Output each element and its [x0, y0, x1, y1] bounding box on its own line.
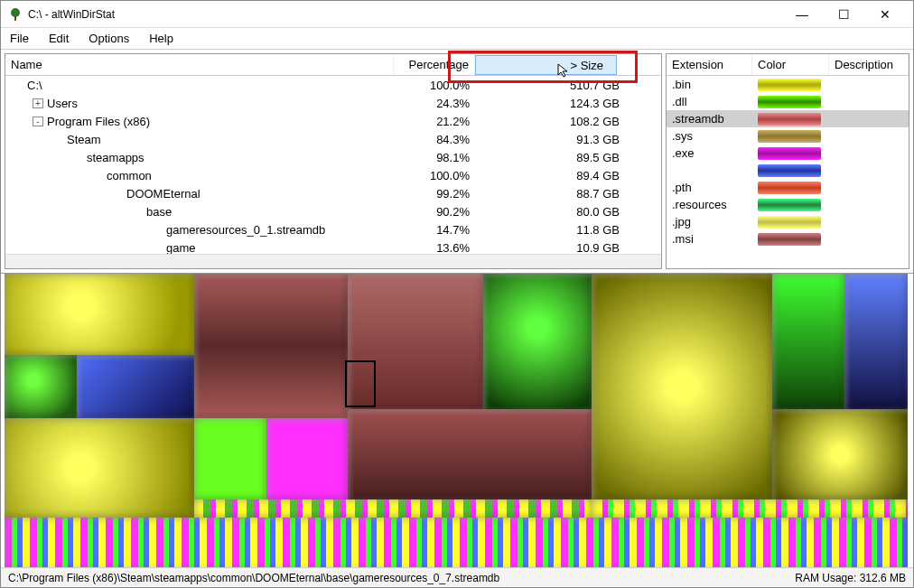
- tree-row[interactable]: common100.0%89.4 GB: [5, 166, 661, 184]
- tree-row-size: 89.4 GB: [475, 169, 638, 182]
- minimize-button[interactable]: —: [781, 1, 823, 28]
- tree-row-pct: 90.2%: [394, 205, 475, 219]
- titlebar[interactable]: C:\ - altWinDirStat — ☐ ✕: [1, 1, 913, 28]
- tree-row-size: 10.9 GB: [475, 241, 638, 255]
- menu-options[interactable]: Options: [85, 30, 133, 47]
- ext-row[interactable]: .resources: [667, 196, 909, 213]
- ext-row[interactable]: [667, 162, 909, 179]
- tree-row-size: 89.5 GB: [475, 151, 638, 164]
- tree-header: Name Percentage > Size: [5, 54, 661, 76]
- tree-scroll-h[interactable]: [5, 254, 661, 268]
- tree-row-pct: 100.0%: [394, 79, 475, 92]
- treemap-block[interactable]: [5, 518, 908, 567]
- tree-row[interactable]: base90.2%80.0 GB: [5, 202, 661, 220]
- tree-row-name: common: [107, 169, 152, 182]
- tree-row-size: 88.7 GB: [475, 187, 638, 201]
- col-size[interactable]: > Size: [475, 54, 638, 75]
- ext-row[interactable]: .jpg: [667, 213, 909, 230]
- svg-point-0: [11, 8, 20, 17]
- tree-row[interactable]: Steam84.3%91.3 GB: [5, 130, 661, 148]
- tree-row[interactable]: -Program Files (x86)21.2%108.2 GB: [5, 112, 661, 130]
- col-color[interactable]: Color: [752, 54, 829, 75]
- app-icon: [8, 7, 23, 22]
- tree-body[interactable]: C:\100.0%510.7 GB+Users24.3%124.3 GB-Pro…: [5, 76, 661, 254]
- color-swatch: [758, 216, 821, 229]
- color-swatch: [758, 199, 821, 211]
- tree-row[interactable]: +Users24.3%124.3 GB: [5, 94, 661, 112]
- color-swatch: [758, 79, 821, 91]
- tree-row-pct: 21.2%: [394, 115, 475, 128]
- treemap-block[interactable]: [592, 499, 908, 518]
- tree-row-name: Users: [47, 97, 78, 110]
- maximize-button[interactable]: ☐: [823, 1, 864, 28]
- treemap-block[interactable]: [194, 499, 592, 518]
- menubar: File Edit Options Help: [1, 28, 913, 50]
- tree-row-pct: 98.1%: [394, 151, 475, 164]
- treemap-block[interactable]: [483, 274, 592, 409]
- menu-edit[interactable]: Edit: [45, 30, 72, 47]
- tree-row-pct: 14.7%: [394, 223, 475, 237]
- tree-row[interactable]: steamapps98.1%89.5 GB: [5, 148, 661, 166]
- ext-name: .pth: [672, 181, 758, 194]
- treemap[interactable]: [5, 274, 909, 567]
- ext-row[interactable]: .pth: [667, 179, 909, 196]
- col-percentage[interactable]: Percentage: [394, 54, 475, 75]
- treemap-block[interactable]: [77, 355, 194, 418]
- treemap-block[interactable]: [844, 274, 908, 409]
- ext-row[interactable]: .dll: [667, 93, 909, 110]
- menu-file[interactable]: File: [6, 30, 33, 47]
- ext-name: .streamdb: [672, 112, 758, 126]
- color-swatch: [758, 113, 821, 126]
- treemap-block[interactable]: [5, 355, 77, 418]
- tree-row[interactable]: C:\100.0%510.7 GB: [5, 76, 661, 94]
- col-extension[interactable]: Extension: [667, 54, 752, 75]
- tree-row[interactable]: gameresources_0_1.streamdb14.7%11.8 GB: [5, 220, 661, 238]
- treemap-block[interactable]: [772, 274, 844, 409]
- treemap-block[interactable]: [5, 418, 194, 518]
- tree-row-name: DOOMEternal: [126, 187, 201, 201]
- tree-row[interactable]: DOOMEternal99.2%88.7 GB: [5, 184, 661, 202]
- treemap-block[interactable]: [772, 409, 908, 499]
- tree-row-pct: 24.3%: [394, 97, 475, 110]
- tree-row-size: 124.3 GB: [475, 97, 638, 110]
- size-header-sorted[interactable]: > Size: [475, 55, 617, 75]
- col-description[interactable]: Description: [829, 54, 909, 75]
- tree-row[interactable]: game13.6%10.9 GB: [5, 238, 661, 254]
- tree-row-name: game: [166, 241, 196, 255]
- color-swatch: [758, 96, 821, 108]
- svg-rect-1: [14, 16, 16, 21]
- ext-row[interactable]: .streamdb: [667, 110, 909, 127]
- treemap-block[interactable]: [194, 274, 348, 418]
- treemap-block[interactable]: [194, 418, 266, 499]
- ext-name: .sys: [672, 129, 758, 143]
- expander-icon[interactable]: +: [33, 98, 43, 108]
- expander-icon[interactable]: -: [33, 117, 43, 126]
- ext-row[interactable]: .msi: [667, 230, 909, 247]
- tree-row-name: base: [146, 205, 172, 219]
- col-name[interactable]: Name: [5, 54, 394, 75]
- color-swatch: [758, 130, 821, 143]
- ext-body[interactable]: .bin.dll.streamdb.sys.exe.pth.resources.…: [667, 76, 909, 268]
- status-ram: RAM Usage: 312.6 MB: [795, 572, 906, 584]
- ext-name: .exe: [672, 146, 758, 160]
- treemap-block[interactable]: [592, 274, 772, 499]
- tree-row-pct: 100.0%: [394, 169, 475, 182]
- color-swatch: [758, 233, 821, 246]
- ext-row[interactable]: .exe: [667, 145, 909, 162]
- tree-row-pct: 84.3%: [394, 133, 475, 146]
- tree-row-size: 91.3 GB: [475, 133, 638, 146]
- treemap-block[interactable]: [266, 418, 348, 499]
- treemap-block[interactable]: [348, 409, 592, 499]
- tree-row-name: Program Files (x86): [47, 115, 150, 128]
- tree-row-size: 80.0 GB: [475, 205, 638, 219]
- ext-header: Extension Color Description: [667, 54, 909, 76]
- color-swatch: [758, 164, 821, 177]
- close-button[interactable]: ✕: [864, 1, 906, 28]
- ext-name: .bin: [672, 78, 758, 91]
- ext-row[interactable]: .bin: [667, 76, 909, 93]
- menu-help[interactable]: Help: [145, 30, 177, 47]
- ext-name: .resources: [672, 198, 758, 211]
- treemap-selection: [345, 360, 376, 407]
- treemap-block[interactable]: [5, 274, 194, 355]
- ext-row[interactable]: .sys: [667, 127, 909, 145]
